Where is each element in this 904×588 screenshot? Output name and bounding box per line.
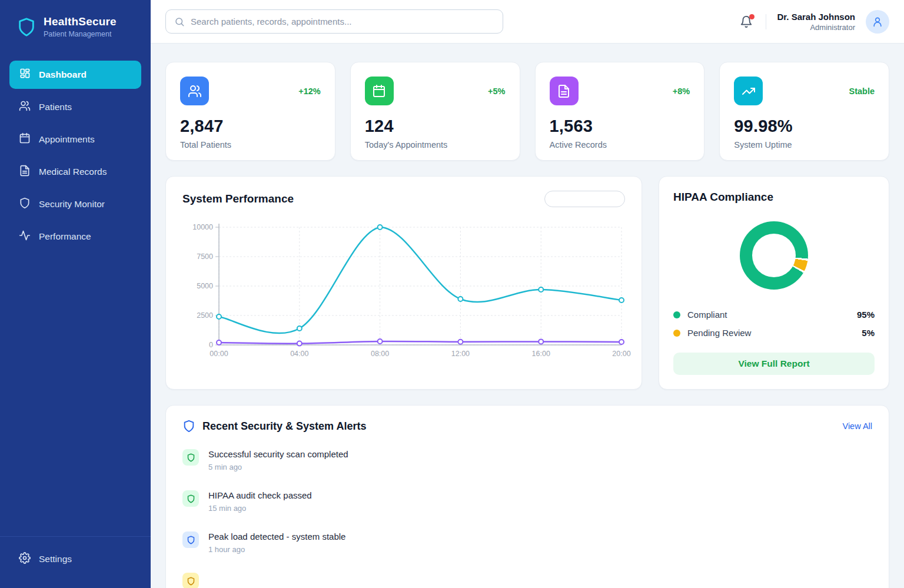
time-range-select[interactable]	[544, 191, 625, 207]
alert-item: HIPAA audit check passed 15 min ago	[182, 490, 872, 513]
dashboard-content: +12% 2,847 Total Patients +5% 124 Today'…	[151, 44, 904, 588]
shield-check-icon	[182, 490, 199, 507]
users-icon	[19, 100, 31, 114]
trending-up-icon	[734, 77, 763, 105]
system-performance-panel: System Performance 02500500075001000000:…	[165, 176, 642, 390]
legend-dot	[673, 330, 680, 337]
legend-label: Compliant	[687, 310, 727, 320]
legend-label: Pending Review	[687, 328, 751, 338]
sidebar-item-label: Performance	[39, 231, 91, 242]
notification-dot	[749, 14, 755, 19]
compliance-donut-chart	[740, 221, 808, 290]
document-icon	[19, 165, 31, 179]
stat-card-total-patients: +12% 2,847 Total Patients	[165, 62, 335, 161]
sidebar-item-label: Medical Records	[39, 167, 107, 177]
avatar[interactable]	[866, 10, 889, 34]
sidebar-item-label: Dashboard	[39, 69, 87, 80]
sidebar-nav: Dashboard Patients Appointments Medical …	[0, 56, 151, 536]
sidebar-item-security-monitor[interactable]: Security Monitor	[9, 190, 141, 218]
compliance-legend: Compliant 95% Pending Review 5%	[673, 310, 875, 346]
alerts-title: Recent Security & System Alerts	[202, 420, 366, 433]
svg-text:08:00: 08:00	[371, 350, 389, 358]
svg-text:12:00: 12:00	[451, 350, 470, 358]
calendar-icon	[19, 132, 31, 147]
user-name: Dr. Sarah Johnson	[777, 12, 855, 22]
alert-time: 15 min ago	[208, 504, 312, 513]
trend-badge: Stable	[849, 87, 875, 96]
svg-text:16:00: 16:00	[532, 350, 550, 358]
sidebar-item-label: Appointments	[39, 134, 95, 145]
panel-title: System Performance	[182, 192, 294, 205]
alert-item: Successful security scan completed 5 min…	[182, 449, 872, 471]
stat-value: 2,847	[180, 117, 321, 136]
sidebar-footer: Settings	[0, 536, 151, 588]
stat-label: System Uptime	[734, 140, 875, 150]
document-icon	[550, 77, 579, 105]
svg-text:10000: 10000	[192, 223, 213, 231]
sidebar-item-label: Security Monitor	[39, 199, 105, 210]
shield-icon	[182, 420, 195, 433]
alert-title: Successful security scan completed	[208, 449, 348, 459]
stat-label: Active Records	[550, 140, 690, 150]
svg-text:5000: 5000	[197, 282, 213, 290]
sidebar-item-dashboard[interactable]: Dashboard	[9, 61, 141, 89]
legend-row-compliant: Compliant 95%	[673, 310, 875, 320]
security-alerts-panel: Recent Security & System Alerts View All…	[165, 405, 889, 588]
svg-text:0: 0	[209, 341, 213, 349]
main-area: Dr. Sarah Johnson Administrator +12%	[151, 0, 904, 588]
calendar-icon	[365, 77, 394, 105]
stat-value: 124	[365, 117, 506, 136]
sidebar-item-settings[interactable]: Settings	[9, 545, 141, 573]
stat-label: Total Patients	[180, 140, 321, 150]
stat-value: 99.98%	[734, 117, 875, 136]
stat-cards: +12% 2,847 Total Patients +5% 124 Today'…	[165, 62, 889, 161]
view-all-link[interactable]: View All	[842, 421, 872, 431]
users-icon	[180, 77, 209, 105]
user-role: Administrator	[777, 23, 855, 32]
shield-logo-icon	[16, 17, 36, 37]
sidebar-item-performance[interactable]: Performance	[9, 222, 141, 251]
alert-time: 5 min ago	[208, 463, 348, 471]
shield-warning-icon	[182, 573, 199, 588]
legend-value: 5%	[862, 328, 875, 338]
svg-text:00:00: 00:00	[210, 350, 228, 358]
person-icon	[872, 16, 883, 28]
panel-title: HIPAA Compliance	[673, 191, 875, 204]
alert-item	[182, 573, 872, 588]
alert-title: Peak load detected - system stable	[208, 531, 345, 542]
app-name: HealthSecure	[44, 15, 117, 28]
trend-badge: +12%	[298, 87, 321, 96]
app-logo: HealthSecure Patient Management	[0, 0, 151, 56]
gear-icon	[19, 552, 31, 566]
app-root: HealthSecure Patient Management Dashboar…	[0, 0, 904, 588]
sidebar-item-label: Patients	[39, 102, 72, 112]
shield-info-icon	[182, 531, 199, 548]
shield-check-icon	[182, 449, 199, 466]
alert-title: HIPAA audit check passed	[208, 490, 312, 500]
sidebar-item-medical-records[interactable]: Medical Records	[9, 158, 141, 186]
stat-value: 1,563	[550, 117, 690, 136]
top-bar: Dr. Sarah Johnson Administrator	[151, 0, 904, 44]
svg-text:20:00: 20:00	[612, 350, 630, 358]
trend-badge: +8%	[673, 87, 690, 96]
activity-icon	[19, 230, 31, 244]
legend-value: 95%	[857, 310, 875, 320]
stat-card-active-records: +8% 1,563 Active Records	[535, 62, 705, 161]
app-subtitle: Patient Management	[44, 30, 117, 38]
sidebar-item-appointments[interactable]: Appointments	[9, 125, 141, 154]
notifications-button[interactable]	[737, 13, 755, 31]
stat-card-todays-appointments: +5% 124 Today's Appointments	[350, 62, 520, 161]
hipaa-compliance-panel: HIPAA Compliance Compliant 95% Pending R…	[659, 176, 889, 390]
stat-label: Today's Appointments	[365, 140, 506, 150]
search-icon	[174, 16, 185, 27]
view-full-report-button[interactable]: View Full Report	[673, 353, 875, 375]
dashboard-grid-icon	[19, 68, 31, 82]
alert-time: 1 hour ago	[208, 545, 345, 554]
alert-list: Successful security scan completed 5 min…	[182, 449, 872, 588]
sidebar-item-label: Settings	[39, 554, 72, 564]
svg-text:04:00: 04:00	[290, 350, 308, 358]
performance-line-chart: 02500500075001000000:0004:0008:0012:0016…	[182, 220, 625, 361]
search-box	[165, 9, 503, 34]
sidebar-item-patients[interactable]: Patients	[9, 93, 141, 121]
search-input[interactable]	[191, 16, 494, 26]
